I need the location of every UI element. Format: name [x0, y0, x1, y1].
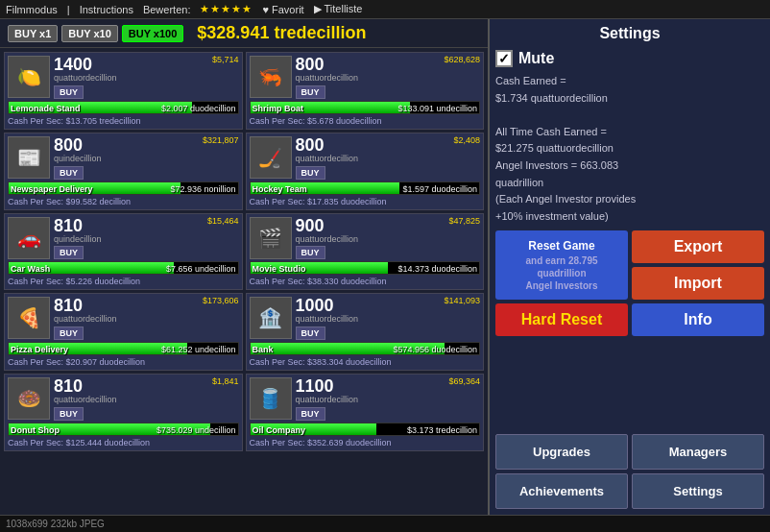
progress-value: $3.173 tredecillion: [407, 423, 477, 437]
biz-info: 900 $47,825 quattuordecillion BUY: [296, 217, 481, 260]
biz-price: $141,093: [444, 297, 480, 305]
biz-top: 🍕 810 $173,606 quattuordecillion BUY: [8, 297, 239, 340]
biz-count: 810: [54, 297, 83, 314]
mute-checkbox[interactable]: [495, 50, 513, 67]
biz-info: 1000 $141,093 quattuordecillion BUY: [296, 297, 481, 340]
biz-price: $2,408: [453, 136, 480, 145]
biz-info: 1400 $5,714 quattuordecillion BUY: [54, 56, 239, 99]
biz-count: 800: [296, 136, 325, 154]
achievements-btn[interactable]: Achievements: [495, 473, 628, 509]
progress-bar: Car Wash $7.656 undecillion: [8, 261, 239, 275]
biz-buy-btn[interactable]: BUY: [296, 407, 325, 421]
total-cash: $328.941 tredecillion: [197, 23, 366, 43]
progress-bar: Oil Company $3.173 tredecillion: [250, 423, 481, 436]
progress-label: Donut Shop: [11, 423, 60, 437]
biz-price: $321,807: [203, 136, 239, 145]
biz-buy-btn[interactable]: BUY: [54, 407, 84, 421]
stats-block: Cash Earned = $1.734 quattuordecillion A…: [495, 73, 764, 225]
biz-count: 900: [296, 217, 325, 234]
biz-tier: quattuordecillion: [296, 154, 481, 164]
biz-count: 800: [54, 136, 83, 154]
progress-label: Newspaper Delivery: [11, 182, 93, 196]
biz-price: $1,841: [212, 377, 239, 386]
biz-top: 🦐 800 $628,628 quattuordecillion BUY: [250, 56, 481, 99]
right-panel: Settings Mute Cash Earned = $1.734 quatt…: [490, 19, 770, 515]
header-bar: BUY x1 BUY x10 BUY x100 $328.941 tredeci…: [0, 19, 488, 48]
business-row: 🚗 810 $15,464 quindecillion BUY Car Wash…: [4, 213, 243, 291]
bottom-nav-buttons: Upgrades Managers Achievements Settings: [495, 434, 764, 509]
biz-top: 🍩 810 $1,841 quattuordecillion BUY: [8, 377, 239, 421]
hard-reset-btn[interactable]: Hard Reset: [495, 303, 628, 336]
buy-x1-btn[interactable]: BUY x1: [8, 25, 58, 42]
biz-price: $69,364: [448, 377, 480, 386]
biz-tier: quindecillion: [54, 154, 239, 164]
biz-top: 🛢️ 1100 $69,364 quattuordecillion BUY: [250, 377, 481, 421]
progress-bar: Movie Studio $14.373 duodecillion: [250, 261, 481, 275]
progress-label: Bank: [253, 343, 274, 356]
biz-tier: quattuordecillion: [296, 234, 481, 245]
cash-per-sec: Cash Per Sec: $17.835 duodecillion: [250, 197, 481, 206]
angel-label: Angel Investors = 663.083: [495, 157, 764, 175]
biz-icon: 🎬: [250, 217, 292, 259]
progress-value: $2.007 duodecillion: [161, 102, 236, 115]
biz-count: 1000: [296, 297, 334, 314]
biz-count: 800: [296, 56, 325, 73]
statusbar: 1038x699 232kb JPEG: [0, 515, 770, 532]
import-btn[interactable]: Import: [632, 267, 764, 300]
biz-icon: 🍩: [8, 377, 50, 420]
business-row: 📰 800 $321,807 quindecillion BUY Newspap…: [4, 133, 243, 210]
buy-x10-btn[interactable]: BUY x10: [61, 25, 117, 42]
managers-btn[interactable]: Managers: [632, 434, 764, 470]
biz-icon: 🏒: [250, 136, 292, 179]
cash-per-sec: Cash Per Sec: $5.226 duodecillion: [8, 277, 239, 286]
favorit-btn[interactable]: ♥ Favorit: [262, 4, 303, 15]
film-mode[interactable]: Filmmodus: [6, 4, 58, 15]
all-time-value: $21.275 quattuordecillion: [495, 140, 764, 157]
biz-count: 1400: [54, 56, 92, 73]
upgrades-btn[interactable]: Upgrades: [495, 434, 628, 470]
cash-per-sec: Cash Per Sec: $383.304 duodecillion: [250, 357, 481, 367]
mute-row: Mute: [495, 50, 764, 67]
biz-buy-btn[interactable]: BUY: [54, 246, 84, 259]
biz-info: 810 $173,606 quattuordecillion BUY: [54, 297, 239, 340]
stars[interactable]: ★★★★★: [200, 3, 253, 15]
cash-per-sec: Cash Per Sec: $5.678 duodecillion: [250, 116, 481, 126]
topbar-sep1: |: [67, 4, 70, 15]
instructions-btn[interactable]: Instructions: [80, 4, 133, 15]
biz-icon: 🍋: [8, 56, 50, 98]
status-text: 1038x699 232kb JPEG: [6, 519, 105, 529]
bewerten-label: Bewerten:: [143, 4, 191, 15]
buy-x100-btn[interactable]: BUY x100: [122, 25, 184, 42]
cash-per-sec: Cash Per Sec: $38.330 duodecillion: [250, 277, 481, 286]
biz-buy-btn[interactable]: BUY: [296, 166, 325, 180]
biz-top: 📰 800 $321,807 quindecillion BUY: [8, 136, 239, 180]
progress-value: $61.252 undecillion: [161, 343, 236, 356]
titelliste-btn[interactable]: ▶ Titelliste: [314, 3, 363, 15]
progress-label: Lemonade Stand: [11, 102, 81, 115]
main-layout: BUY x1 BUY x10 BUY x100 $328.941 tredeci…: [0, 19, 770, 515]
biz-info: 800 $321,807 quindecillion BUY: [54, 136, 239, 180]
biz-icon: 📰: [8, 136, 50, 179]
info-btn[interactable]: Info: [632, 303, 764, 336]
cash-per-sec: Cash Per Sec: $20.907 duodecillion: [8, 357, 239, 367]
settings-nav-btn[interactable]: Settings: [632, 473, 764, 509]
biz-buy-btn[interactable]: BUY: [296, 246, 325, 259]
angel-note2: +10% investment value): [495, 208, 764, 226]
biz-buy-btn[interactable]: BUY: [54, 85, 84, 99]
reset-game-btn[interactable]: Reset Game and earn 28.795 quadrillion A…: [495, 230, 628, 300]
angel-label2: quadrillion: [495, 175, 764, 192]
biz-info: 810 $15,464 quindecillion BUY: [54, 217, 239, 260]
biz-buy-btn[interactable]: BUY: [296, 326, 325, 340]
settings-title: Settings: [495, 25, 764, 42]
biz-icon: 🛢️: [250, 377, 292, 420]
biz-buy-btn[interactable]: BUY: [54, 326, 84, 340]
biz-buy-btn[interactable]: BUY: [296, 85, 325, 99]
progress-bar: Newspaper Delivery $72.936 nonillion: [8, 181, 239, 195]
biz-tier: quattuordecillion: [296, 395, 481, 405]
biz-buy-btn[interactable]: BUY: [54, 166, 84, 180]
progress-bar: Pizza Delivery $61.252 undecillion: [8, 342, 239, 355]
biz-count: 1100: [296, 377, 334, 395]
progress-value: $574.956 duodecillion: [393, 343, 477, 356]
export-btn[interactable]: Export: [632, 230, 764, 263]
biz-icon: 🍕: [8, 297, 50, 339]
